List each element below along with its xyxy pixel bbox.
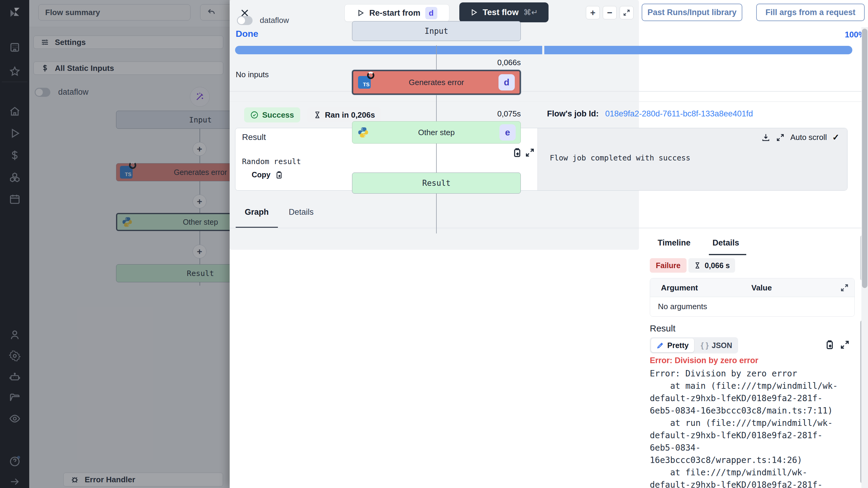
failure-label: Failure [656,261,681,270]
test-flow-button[interactable]: Test flow ⌘↵ [459,2,549,22]
pretty-label: Pretty [667,341,689,350]
expand-icon [525,147,535,158]
typescript-icon: TS [358,76,371,89]
past-runs-button[interactable]: Past Runs/Input library [642,4,742,21]
error-title: Error: Division by zero error [650,356,758,365]
graph-node-input[interactable]: Input [352,21,521,41]
auto-scroll-check-icon[interactable]: ✓ [832,133,839,142]
fill-args-label: Fill args from a request [766,8,856,17]
expand-icon [840,340,850,350]
graph-node-result[interactable]: Result [352,173,521,194]
log-text: Flow job completed with success [550,153,690,162]
expand-step-result-icon[interactable] [840,340,850,351]
expand-icon[interactable] [776,133,785,142]
divider [230,228,868,228]
graph-node-other-badge: e [499,124,516,141]
graph-node-result-label: Result [422,178,451,188]
step-duration-label: 0,066 s [705,261,730,270]
divider [230,101,868,102]
result-card: Result Random result Copy Auto scroll [235,128,847,191]
pretty-view-button[interactable]: Pretty [651,338,694,352]
restart-from-button[interactable]: Re-start from d [344,4,450,22]
tab-graph[interactable]: Graph [245,207,269,217]
play-icon [356,9,364,17]
clipboard-icon [825,340,835,350]
step-duration-badge: 0,066 s [688,258,735,272]
job-id-row: Flow's job Id: 018e9fa2-280d-7611-bc8f-1… [547,109,753,118]
tab-details-underline [709,254,746,255]
fill-args-button[interactable]: Fill args from a request [756,4,865,21]
graph-node-error-label: Generates error [409,78,464,87]
python-icon [357,126,369,138]
test-flow-label: Test flow [483,7,518,17]
argument-column-header: Argument [661,283,698,292]
play-icon [470,8,478,16]
modal-backdrop[interactable] [0,0,230,488]
download-icon[interactable] [761,133,770,142]
success-label: Success [262,110,294,120]
expand-icon [623,9,630,17]
progress-bar-segment [544,46,852,54]
loader-spinner-icon [367,72,374,79]
step-details-panel: Timeline Details Failure 0,066 s ...e3bc… [650,234,868,488]
value-column-header: Value [751,283,772,292]
graph-node-other-step[interactable]: Other step e [352,121,521,144]
job-id-label: Flow's job Id: [547,109,598,118]
result-view-switch: Pretty { } JSON [650,337,738,353]
zoom-out-button[interactable]: − [603,6,617,19]
restart-from-label: Re-start from [369,8,421,18]
tab-step-details[interactable]: Details [712,238,739,248]
past-runs-label: Past Runs/Input library [647,8,737,17]
json-view-button[interactable]: { } JSON [696,341,737,350]
copy-step-result-icon[interactable] [825,340,835,351]
check-circle-icon [250,111,258,119]
expand-result-icon[interactable] [525,147,535,159]
braces-icon: { } [701,341,709,350]
copy-result-icon[interactable] [512,147,522,159]
no-inputs-label: No inputs [236,70,269,79]
graph-node-input-label: Input [425,27,448,36]
json-label: JSON [712,341,732,350]
restart-step-badge: d [425,7,437,19]
graph-node-other-label: Other step [418,128,455,137]
clipboard-icon [275,171,283,179]
copy-label: Copy [252,170,271,179]
log-pane: Auto scroll ✓ Flow job completed with su… [537,128,847,190]
arguments-table-header: Argument Value [650,278,855,297]
graph-node-other-duration: 0,075s [352,109,521,118]
status-badge-failure: Failure [650,258,687,272]
result-value: Random result [242,157,301,166]
tab-timeline[interactable]: Timeline [658,238,690,248]
clipboard-icon [512,147,522,158]
fit-view-button[interactable] [620,6,633,19]
test-flow-shortcut: ⌘↵ [524,8,538,17]
graph-node-error-badge: d [498,74,515,90]
graph-dataflow-toggle[interactable] [237,16,253,25]
error-stack-trace: Error: Division by zero error at main (f… [650,367,861,488]
step-result-title: Result [650,323,675,334]
graph-dataflow-row: dataflow [237,16,289,25]
copy-button[interactable]: Copy [252,170,283,179]
test-flow-modal: Re-start from d Test flow ⌘↵ Past Runs/I… [230,0,868,488]
graph-node-error-selected[interactable]: TS Generates error d [352,70,521,95]
progress-bar-segment [235,46,542,54]
log-toolbar: Auto scroll ✓ [761,133,839,142]
divider [230,91,868,92]
arguments-table-row: No arguments [650,297,855,316]
result-title: Result [242,133,266,142]
status-badge-success: Success [244,107,300,122]
graph-dataflow-label: dataflow [260,16,289,25]
run-state-label: Done [236,29,258,39]
no-arguments-label: No arguments [658,302,707,311]
hourglass-icon [313,111,321,119]
tab-details[interactable]: Details [289,207,314,217]
modal-scrollbar-thumb[interactable] [862,29,867,288]
hourglass-icon [694,262,701,269]
expand-icon[interactable] [840,283,849,292]
zoom-in-button[interactable]: + [586,6,600,19]
auto-scroll-label: Auto scroll [790,133,827,142]
arguments-table: Argument Value No arguments [650,278,855,317]
job-id-link[interactable]: 018e9fa2-280d-7611-bc8f-133a8ee401fd [605,109,753,118]
graph-node-error-duration: 0,066s [352,58,521,67]
pen-icon [656,341,664,349]
